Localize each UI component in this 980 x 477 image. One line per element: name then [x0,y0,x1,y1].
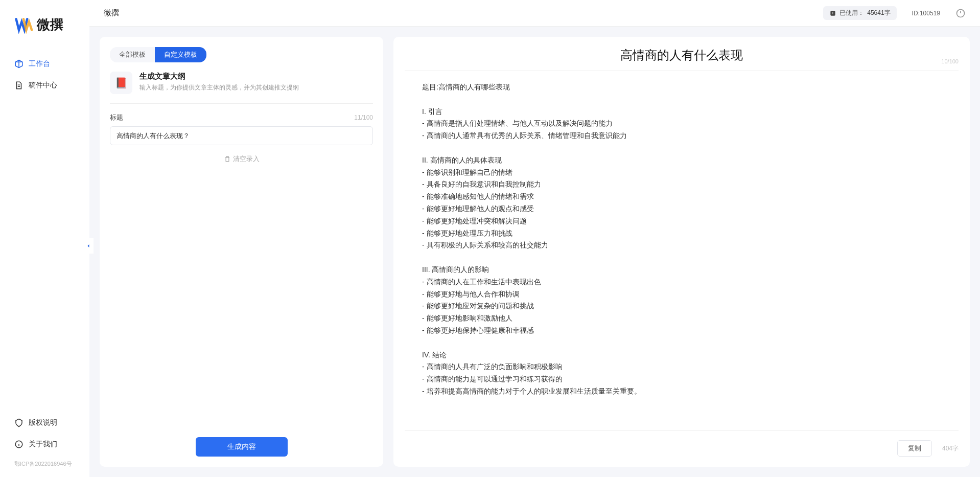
chevron-left-icon [85,243,91,249]
output-panel: 高情商的人有什么表现 10/100 题目:高情商的人有哪些表现 I. 引言 - … [393,37,970,467]
char-count: 404字 [942,444,959,453]
user-id: ID:100519 [912,10,940,17]
input-panel-footer: 生成内容 [100,437,383,457]
icp-text: 鄂ICP备2022016946号 [5,456,84,472]
power-icon[interactable] [955,8,966,18]
trash-icon [224,155,231,163]
svg-text:T: T [832,11,834,15]
template-icon: 📕 [110,72,132,94]
text-icon: T [829,10,836,17]
title-input[interactable] [110,126,373,145]
title-label: 标题 [110,113,123,122]
page-title: 微撰 [104,8,119,18]
document-icon [14,81,24,90]
usage-badge[interactable]: T 已使用：45641字 [823,6,896,20]
generate-button[interactable]: 生成内容 [196,437,288,457]
output-head-counter: 10/100 [941,58,959,64]
nav-drafts[interactable]: 稿件中心 [5,76,84,95]
clear-label: 清空录入 [233,154,260,164]
template-tabs: 全部模板 自定义模板 [100,47,383,72]
logo-text: 微撰 [37,16,63,34]
title-field-section: 标题 11/100 清空录入 [100,113,383,164]
main-nav: 工作台 稿件中心 [0,54,89,413]
nav-label: 关于我们 [29,440,57,449]
nav-workspace[interactable]: 工作台 [5,54,84,74]
title-counter: 11/100 [354,114,373,121]
tab-custom-template[interactable]: 自定义模板 [155,47,206,62]
template-title: 生成文章大纲 [139,72,299,81]
nav-label: 版权说明 [29,418,57,427]
input-panel: 全部模板 自定义模板 📕 生成文章大纲 输入标题，为你提供文章主体的灵感，并为其… [100,37,383,467]
sidebar: 微撰 工作台 稿件中心 版权说明 关于我们 鄂ICP备2022016946号 [0,0,89,477]
divider [110,103,373,104]
nav-label: 工作台 [29,59,50,69]
header: 微撰 T 已使用：45641字 ID:100519 [89,0,980,27]
logo-icon [14,15,33,34]
output-body[interactable]: 题目:高情商的人有哪些表现 I. 引言 - 高情商是指人们处理情绪、与他人互动以… [393,71,970,430]
template-meta: 生成文章大纲 输入标题，为你提供文章主体的灵感，并为其创建推文提纲 [139,72,299,92]
bottom-nav: 版权说明 关于我们 鄂ICP备2022016946号 [0,413,89,477]
cube-icon [14,59,24,69]
header-right: T 已使用：45641字 ID:100519 [823,6,966,20]
tab-all-templates[interactable]: 全部模板 [110,47,155,62]
template-card: 📕 生成文章大纲 输入标题，为你提供文章主体的灵感，并为其创建推文提纲 [100,72,383,103]
clear-input-button[interactable]: 清空录入 [110,154,373,164]
main: 微撰 T 已使用：45641字 ID:100519 全部模板 自定义模板 📕 生… [89,0,980,477]
nav-about[interactable]: 关于我们 [5,435,84,454]
output-header: 高情商的人有什么表现 10/100 [405,47,959,71]
usage-value: 45641字 [867,9,890,17]
sidebar-collapse-button[interactable] [83,238,94,254]
info-icon [14,440,24,449]
output-title: 高情商的人有什么表现 [425,47,938,63]
nav-label: 稿件中心 [29,81,57,90]
output-footer: 复制 404字 [405,430,959,457]
shield-icon [14,418,24,427]
content-area: 全部模板 自定义模板 📕 生成文章大纲 输入标题，为你提供文章主体的灵感，并为其… [89,27,980,477]
template-desc: 输入标题，为你提供文章主体的灵感，并为其创建推文提纲 [139,83,299,92]
nav-copyright[interactable]: 版权说明 [5,413,84,433]
logo: 微撰 [0,15,89,54]
usage-label: 已使用： [839,9,864,17]
copy-button[interactable]: 复制 [897,440,932,457]
